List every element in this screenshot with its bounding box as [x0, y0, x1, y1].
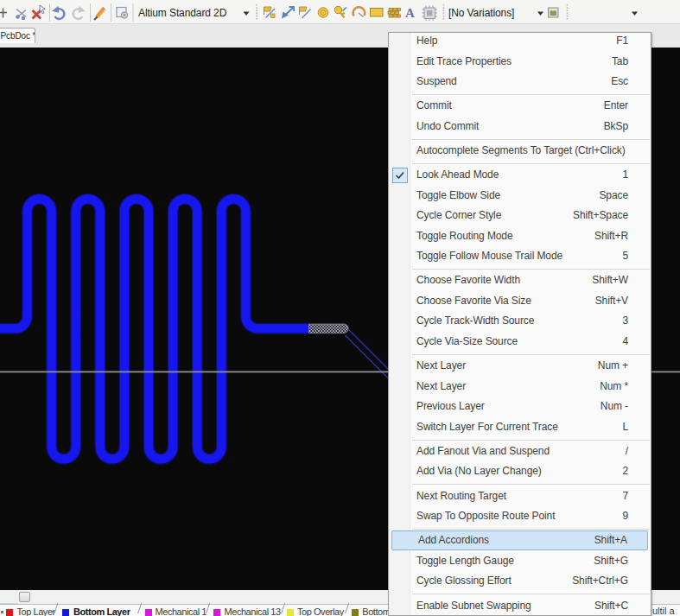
svg-text:A: A [405, 6, 415, 20]
